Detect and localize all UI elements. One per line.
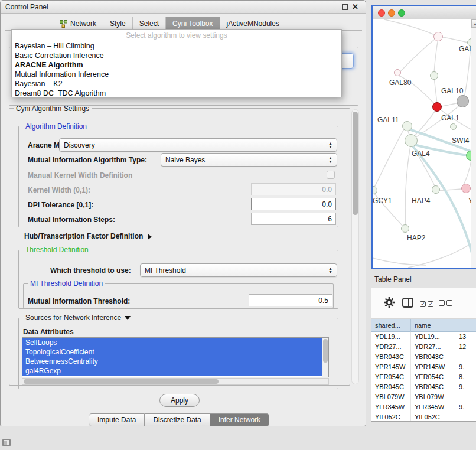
- cell: YDL19...: [411, 332, 455, 342]
- network-node-gal1[interactable]: [450, 123, 457, 130]
- mi-steps-field[interactable]: 6: [251, 213, 336, 225]
- table-row[interactable]: YPR145WYPR145W9.: [371, 362, 476, 372]
- sources-header[interactable]: Sources for Network Inference: [23, 314, 133, 322]
- restore-panel-icon[interactable]: [2, 439, 11, 446]
- network-node-gal11[interactable]: [402, 121, 412, 131]
- dropdown-item-aracne[interactable]: ARACNE Algorithm: [12, 60, 341, 70]
- network-node-gal4[interactable]: [405, 134, 418, 147]
- tab-network[interactable]: Network: [53, 17, 103, 30]
- network-window-titlebar[interactable]: [373, 6, 476, 19]
- column-selector-icon[interactable]: [402, 298, 413, 308]
- close-icon[interactable]: ✕: [352, 2, 358, 11]
- table-panel-title: Table Panel: [374, 275, 412, 283]
- gear-icon[interactable]: [383, 296, 395, 308]
- settings-group-title: Cyni Algorithm Settings: [14, 105, 92, 113]
- algorithm-definition-title: Algorithm Definition: [23, 122, 89, 131]
- zoom-traffic-light-icon[interactable]: [398, 9, 405, 17]
- data-attributes-label: Data Attributes: [23, 328, 74, 336]
- scrollbar-thumb[interactable]: [24, 379, 219, 384]
- dropdown-item-bayesian-k2[interactable]: Bayesian – K2: [12, 79, 341, 89]
- select-all-icon[interactable]: ✓✓: [420, 299, 435, 308]
- node-label: SWI4: [452, 136, 469, 145]
- scroll-up-icon[interactable]: ▲: [471, 19, 476, 28]
- network-canvas[interactable]: GAL GAL80 GAL10 GAL11 GAL1 SWI4 GAL4 GCY…: [373, 19, 476, 268]
- table-row[interactable]: YDR27...YDR27...12: [371, 342, 476, 352]
- table-row[interactable]: YER054CYER054C8.: [371, 372, 476, 382]
- scrollbar-thumb[interactable]: [323, 339, 328, 363]
- table-row[interactable]: YLR345WYLR345W9.: [371, 402, 476, 412]
- mi-type-label: Mutual Information Algorithm Type:: [28, 156, 147, 164]
- list-hscrollbar[interactable]: [22, 378, 329, 385]
- control-panel-window: Control Panel ✕ Network Style Select Cyn…: [0, 0, 366, 426]
- dropdown-item-bayesian-hill[interactable]: Bayesian – Hill Climbing: [12, 41, 341, 51]
- apply-button[interactable]: Apply: [159, 394, 200, 407]
- close-traffic-light-icon[interactable]: [378, 9, 385, 17]
- minimize-traffic-light-icon[interactable]: [388, 9, 395, 17]
- network-node[interactable]: [394, 69, 401, 76]
- cell: YIL052C: [411, 412, 455, 421]
- which-threshold-select[interactable]: MI Threshold ▲▼: [140, 263, 337, 277]
- chevron-down-icon: [125, 316, 131, 320]
- hub-section-header[interactable]: Hub/Transcription Factor Definition: [24, 232, 152, 240]
- cell: 8.: [455, 372, 476, 382]
- aracne-mode-select[interactable]: Discovery ▲▼: [59, 138, 337, 152]
- network-scrollbar[interactable]: ▲: [471, 19, 476, 268]
- cell: 13: [455, 332, 476, 342]
- list-item[interactable]: SelfLoops: [22, 338, 322, 347]
- network-node[interactable]: [461, 184, 471, 193]
- list-item[interactable]: BetweennessCentrality: [22, 357, 322, 366]
- table-row[interactable]: YBR045CYBR045C9.: [371, 382, 476, 392]
- float-window-icon[interactable]: [342, 4, 348, 10]
- tab-style[interactable]: Style: [103, 17, 133, 30]
- tab-infer-network[interactable]: Infer Network: [210, 413, 269, 426]
- algorithm-dropdown-popup: Select algorithm to view settings Bayesi…: [11, 29, 342, 97]
- settings-scrollbar[interactable]: [351, 109, 359, 384]
- network-node[interactable]: [433, 32, 443, 41]
- network-node-selected[interactable]: [432, 102, 442, 112]
- tab-impute-data[interactable]: Impute Data: [89, 413, 145, 426]
- dropdown-item-mutual-info[interactable]: Mutual Information Inference: [12, 70, 341, 79]
- list-scrollbar[interactable]: [322, 338, 328, 377]
- tab-label: Style: [110, 19, 126, 28]
- column-header[interactable]: shared...: [371, 319, 411, 332]
- dpi-tolerance-field[interactable]: 0.0: [251, 198, 336, 210]
- network-node[interactable]: [432, 185, 440, 194]
- node-label: GAL4: [412, 149, 430, 158]
- deselect-all-icon[interactable]: [439, 299, 454, 308]
- cell: YBL079W: [371, 392, 411, 402]
- dropdown-item-basic-correlation[interactable]: Basic Correlation Inference: [12, 51, 341, 60]
- table-row[interactable]: YBR043CYBR043C: [371, 352, 476, 362]
- mi-type-select[interactable]: Naive Bayes ▲▼: [161, 153, 337, 167]
- desktop: Control Panel ✕ Network Style Select Cyn…: [0, 0, 476, 450]
- list-item[interactable]: TopologicalCoefficient: [22, 347, 322, 357]
- mi-steps-label: Mutual Information Steps:: [28, 216, 115, 224]
- network-view-window[interactable]: GAL GAL80 GAL10 GAL11 GAL1 SWI4 GAL4 GCY…: [371, 5, 476, 269]
- network-node[interactable]: [430, 71, 438, 80]
- dropdown-placeholder: Select algorithm to view settings: [12, 30, 341, 41]
- table-row[interactable]: YBL079WYBL079W: [371, 392, 476, 402]
- tab-discretize-data[interactable]: Discretize Data: [145, 413, 210, 426]
- column-header[interactable]: name: [411, 319, 455, 332]
- table-row[interactable]: YIL052CYIL052C: [371, 412, 476, 421]
- tab-jactivemnodules[interactable]: jActiveMNodules: [220, 17, 286, 30]
- hub-section-label: Hub/Transcription Factor Definition: [24, 232, 143, 240]
- control-panel-titlebar[interactable]: Control Panel ✕: [1, 1, 366, 14]
- table-body: YDL19...YDL19...13 YDR27...YDR27...12 YB…: [371, 332, 476, 421]
- data-attributes-list[interactable]: SelfLoops TopologicalCoefficient Between…: [22, 337, 329, 377]
- tab-cyni-toolbox[interactable]: Cyni Toolbox: [166, 17, 220, 30]
- column-header[interactable]: [455, 319, 476, 332]
- table-panel-window: ✓✓ shared... name YDL19...YDL19...13 YDR…: [371, 288, 476, 422]
- dropdown-item-dream8[interactable]: Dream8 DC_TDC Algorithm: [12, 89, 341, 98]
- control-panel-tabs: Network Style Select Cyni Toolbox jActiv…: [53, 17, 286, 30]
- cell: YDR27...: [411, 342, 455, 352]
- node-label: HAP4: [412, 197, 430, 205]
- mi-threshold-field[interactable]: 0.5: [249, 294, 332, 306]
- network-node-hap2[interactable]: [401, 224, 409, 233]
- table-row[interactable]: YDL19...YDL19...13: [371, 332, 476, 342]
- list-item[interactable]: gal4RGexp: [22, 366, 322, 376]
- scrollbar-thumb[interactable]: [353, 112, 358, 215]
- cell: YBL079W: [411, 392, 455, 402]
- manual-kernel-checkbox[interactable]: [327, 171, 335, 179]
- network-node-gal10[interactable]: [457, 95, 469, 107]
- tab-select[interactable]: Select: [133, 17, 166, 30]
